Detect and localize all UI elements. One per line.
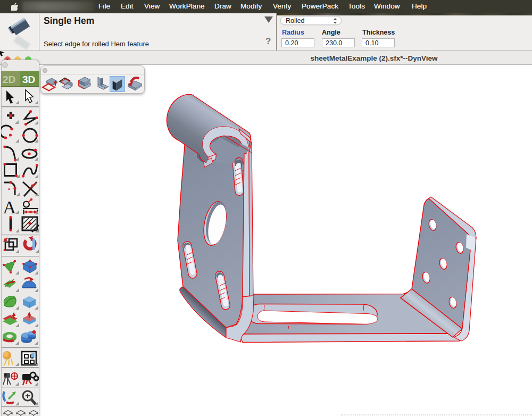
svg-text:2D: 2D [3,74,15,85]
svg-text:A: A [3,197,16,217]
svg-text:3D: 3D [22,74,35,85]
